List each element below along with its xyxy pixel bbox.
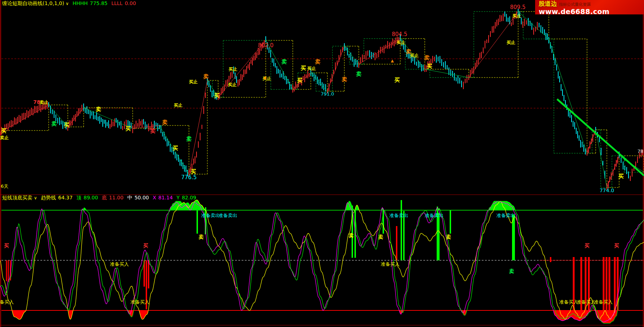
price-label: 78	[638, 149, 644, 154]
hhhh-value: 775.85	[90, 0, 107, 6]
buy-mark: 买	[614, 243, 619, 248]
ad-banner[interactable]: 股道边 指标公式量化资源 www.de6688.com	[535, 0, 644, 14]
signal-marker: 卖	[162, 119, 168, 125]
signal-marker: 卖	[356, 71, 362, 77]
buy-ready-label: 准备买入	[594, 299, 613, 305]
signal-marker: 卖	[150, 128, 156, 134]
bottom-indicator-header: 短线顶底买卖∨ 趋势线64.37 顶89.00 底11.00 中50.00 X8…	[2, 195, 198, 201]
signal-marker: 买止	[174, 103, 182, 108]
signal-marker: 卖止	[39, 100, 48, 105]
hhhh-label: HHHH	[72, 0, 88, 6]
signal-marker: 卖	[282, 58, 287, 65]
main-chart[interactable]: 买卖止78卖止卖买卖买卖卖买止买卖买买止卖买买止买止卖买止买买止卖买卖卖买止买卖…	[0, 0, 644, 327]
sell-mark: 卖	[446, 234, 451, 240]
zigzag-segment	[344, 46, 359, 64]
x-label: X	[153, 195, 156, 200]
x-value: 81.14	[158, 195, 173, 200]
price-label: 774.0	[600, 187, 614, 193]
trendline-value: 64.37	[58, 195, 72, 200]
y-label: Y	[177, 195, 180, 200]
signal-marker: 买止	[229, 67, 237, 72]
sell-ready-label: 准备卖出	[201, 213, 220, 218]
zigzag-segment	[4, 105, 49, 131]
chevron-down-icon[interactable]: ∨	[66, 1, 69, 6]
top-indicator-title[interactable]: 缠论短期自动画线(1,0,1,0)	[2, 0, 64, 6]
signal-marker: 买止	[410, 53, 419, 58]
signal-marker: 买	[297, 77, 303, 84]
banner-tagline: 指标公式量化资源	[559, 2, 591, 7]
sell-mark: 卖	[348, 233, 354, 238]
signal-marker: 卖止	[0, 135, 9, 140]
down-trend-line	[557, 99, 644, 176]
price-label: 804.5	[392, 31, 407, 37]
y-value: 82.09	[182, 195, 196, 200]
buy-ready-label: 准备买入	[131, 299, 149, 305]
up-arrow-icon: ▲	[391, 58, 394, 63]
top-level-label: 顶	[76, 195, 81, 200]
sell-mark: 卖	[378, 234, 383, 240]
signal-marker: 卖	[424, 54, 430, 61]
signal-marker: 买	[1, 128, 6, 134]
signal-marker: 卖	[52, 120, 57, 127]
period-label: 6天	[1, 183, 8, 190]
zigzag-segment	[425, 69, 469, 78]
sell-ready-label: 准备卖出	[389, 213, 408, 218]
signal-marker: 买	[64, 122, 70, 128]
signal-marker: 买	[301, 65, 306, 71]
buy-ready-label: 准备买入	[0, 299, 14, 305]
trend-curve	[0, 200, 644, 319]
signal-marker: 买止	[307, 66, 316, 71]
bottom-indicator-title[interactable]: 短线顶底买卖	[2, 195, 32, 200]
signal-marker: 买止	[397, 40, 405, 45]
signal-marker: 买	[173, 145, 178, 151]
buy-mark: 买	[4, 243, 9, 248]
sell-ready-label: 准备卖出	[219, 213, 237, 218]
price-label: 809.5	[510, 4, 526, 10]
signal-marker: 买	[427, 63, 432, 70]
llll-label: LLLL	[111, 0, 123, 6]
signal-marker: 买	[618, 173, 624, 180]
buy-mark: 买	[143, 243, 148, 248]
zigzag-segment	[311, 73, 327, 91]
top-indicator-header: 缠论短期自动画线(1,0,1,0)∨ HHHH775.85 LLLL0.00	[2, 0, 138, 7]
sell-mark: 卖	[198, 234, 204, 240]
zigzag-segment	[549, 39, 587, 153]
signal-marker: 买	[125, 125, 131, 132]
bottom-level-value: 11.00	[109, 195, 123, 200]
signal-marker: 买	[214, 92, 220, 99]
up-arrow-icon: ▲	[264, 75, 267, 80]
signal-marker: 卖	[96, 106, 101, 112]
signal-marker: 卖	[203, 73, 209, 80]
mid-level-label: 中	[127, 195, 132, 200]
sell-mark: 卖	[509, 268, 514, 274]
y-curve	[0, 201, 644, 323]
down-arrow-icon: ▼	[623, 157, 627, 162]
signal-marker: 买止	[512, 13, 521, 18]
price-label: 802.0	[258, 42, 274, 49]
banner-url[interactable]: www.de6688.com	[539, 8, 641, 15]
buy-zone-fill	[12, 310, 26, 319]
mid-level-value: 50.00	[134, 195, 149, 200]
chevron-down-icon[interactable]: ∨	[34, 195, 37, 200]
sell-ready-label: 准备卖出	[425, 213, 444, 218]
buy-ready-label: 准备买入	[381, 261, 400, 267]
signal-marker: 卖	[342, 76, 347, 83]
zigzag-segment	[189, 80, 207, 174]
zigzag-segment	[68, 108, 84, 127]
signal-marker: 买止	[228, 82, 237, 87]
signal-marker: 卖	[186, 136, 192, 142]
signal-marker: 买止	[189, 79, 198, 84]
x-curve	[0, 201, 644, 322]
zigzag-segment	[587, 130, 596, 153]
zigzag-segment	[607, 156, 619, 187]
buy-ready-label: 准备买入	[577, 299, 595, 305]
price-label: 776.5	[181, 174, 197, 181]
signal-marker: 买止	[507, 40, 515, 45]
llll-value: 0.00	[125, 0, 136, 6]
buy-ready-label: 准备买入	[559, 299, 578, 305]
signal-marker: 买	[394, 77, 400, 83]
signal-marker: 卖	[315, 58, 321, 65]
trendline-label: 趋势线	[41, 195, 56, 200]
zigzag-segment	[327, 46, 344, 91]
banner-brand: 股道边	[539, 0, 557, 7]
